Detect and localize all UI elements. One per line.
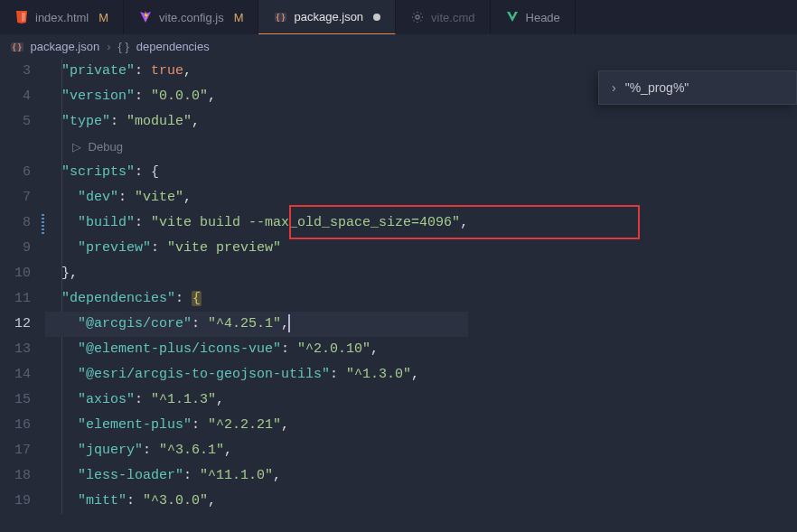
code-content[interactable]: "private": true, "version": "0.0.0", "ty…: [45, 59, 468, 514]
chevron-right-icon: ›: [612, 80, 616, 95]
tab-vite-config-js[interactable]: vite.config.jsM: [124, 0, 258, 34]
line-number: 3: [0, 59, 31, 84]
line-number: 18: [0, 463, 31, 489]
line-number: 13: [0, 337, 31, 362]
line-number: 14: [0, 362, 31, 387]
code-editor[interactable]: 345678910111213141516171819 "private": t…: [0, 59, 797, 514]
code-line[interactable]: "build": "vite build --max_old_space_siz…: [45, 210, 468, 236]
line-number: 7: [0, 185, 31, 210]
json-icon: { }: [11, 42, 23, 51]
code-line[interactable]: "preview": "vite preview": [45, 236, 468, 261]
code-line[interactable]: "dependencies": {: [45, 286, 468, 312]
code-line[interactable]: "@arcgis/core": "^4.25.1",: [45, 312, 468, 337]
tab-label: Heade: [526, 11, 560, 24]
tab-label: index.html: [35, 11, 89, 24]
braces-icon: { }: [117, 40, 128, 53]
breadcrumb-segment: dependencies: [136, 40, 210, 53]
chevron-right-icon: ›: [107, 40, 110, 53]
overlay-text: "%_prog%": [625, 80, 689, 95]
line-number: 11: [0, 286, 31, 312]
line-number: 6: [0, 160, 31, 185]
tab-label: vite.config.js: [159, 11, 224, 24]
modified-indicator: M: [98, 11, 108, 24]
debug-codelens[interactable]: ▷ Debug: [45, 135, 468, 160]
code-line[interactable]: "dev": "vite",: [45, 185, 468, 210]
code-line[interactable]: "jquery": "^3.6.1",: [45, 438, 468, 463]
line-number: 10: [0, 261, 31, 286]
editor-tabs: index.htmlMvite.config.jsM{ }package.jso…: [0, 0, 797, 34]
json-icon: { }: [273, 10, 287, 24]
code-line[interactable]: "type": "module",: [45, 109, 468, 135]
tab-vite-cmd[interactable]: vite.cmd: [396, 0, 490, 34]
line-number: 17: [0, 438, 31, 463]
code-line[interactable]: "private": true,: [45, 59, 468, 84]
play-icon: ▷: [72, 135, 81, 160]
code-line[interactable]: },: [45, 261, 468, 286]
code-line[interactable]: "mitt": "^3.0.0",: [45, 489, 468, 514]
line-number: 8: [0, 210, 31, 236]
code-line[interactable]: "element-plus": "^2.2.21",: [45, 413, 468, 438]
code-line[interactable]: "axios": "^1.1.3",: [45, 387, 468, 413]
unsaved-indicator: [373, 14, 380, 21]
line-number: 5: [0, 109, 31, 135]
code-line[interactable]: "less-loader": "^11.1.0",: [45, 463, 468, 489]
breadcrumb-file: package.json: [31, 40, 100, 53]
breadcrumb[interactable]: { } package.json › { } dependencies: [0, 34, 797, 59]
code-line[interactable]: "scripts": {: [45, 160, 468, 185]
modified-indicator: M: [234, 11, 244, 24]
suggest-overlay[interactable]: › "%_prog%": [598, 70, 797, 105]
line-number: 16: [0, 413, 31, 438]
vite-icon: [138, 10, 153, 24]
tab-index-html[interactable]: index.htmlM: [0, 0, 124, 34]
svg-point-0: [416, 15, 419, 19]
line-number: 4: [0, 84, 31, 109]
line-gutter: 345678910111213141516171819: [0, 59, 45, 514]
gear-icon: [410, 10, 425, 24]
html5-icon: [14, 10, 29, 24]
line-number: 15: [0, 387, 31, 413]
code-line[interactable]: "@element-plus/icons-vue": "^2.0.10",: [45, 337, 468, 362]
line-number: 19: [0, 489, 31, 514]
tab-package-json[interactable]: { }package.json: [258, 0, 396, 34]
tab-Heade[interactable]: Heade: [491, 0, 576, 34]
vue-icon: [505, 10, 520, 24]
tab-label: package.json: [294, 10, 363, 23]
code-line[interactable]: "@esri/arcgis-to-geojson-utils": "^1.3.0…: [45, 362, 468, 387]
code-line[interactable]: "version": "0.0.0",: [45, 84, 468, 109]
change-indicator: [42, 212, 44, 234]
line-number: 12: [0, 312, 31, 337]
tab-label: vite.cmd: [431, 11, 474, 24]
line-number: 9: [0, 236, 31, 261]
